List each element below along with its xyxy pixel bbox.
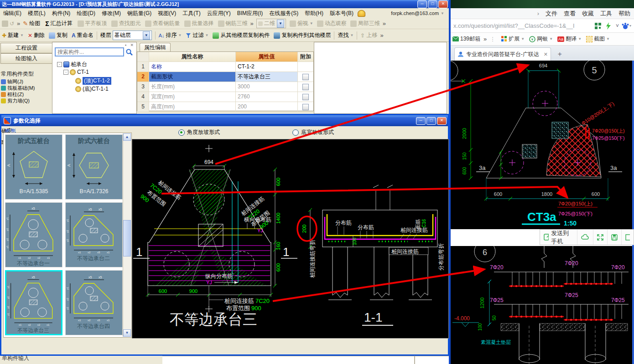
property-row-height[interactable]: 5 高度(mm) 200 <box>137 102 313 112</box>
copy-to-floor-button[interactable]: 复制构件到其他楼层 <box>281 31 331 39</box>
floor-combo[interactable]: 基础层 ▼ <box>113 31 152 40</box>
radio-angle-slope[interactable]: 角度放坡形式 <box>178 128 220 136</box>
qr-code-icon[interactable] <box>594 22 602 30</box>
orbit-button[interactable]: 动态观察 <box>325 20 347 27</box>
checkbox[interactable] <box>302 94 309 100</box>
local-3d-button[interactable]: 局部三维 <box>358 20 380 27</box>
search-input[interactable] <box>55 47 124 56</box>
sidebar-item-shearwall[interactable]: 剪力墙(Q) <box>1 97 30 104</box>
mail-139-button[interactable]: 139邮箱 <box>452 35 480 43</box>
paw-icon[interactable] <box>621 22 629 30</box>
translate-button[interactable]: Aa 翻译▼ <box>557 35 582 43</box>
sidebar-item-axis[interactable]: 轴网(J) <box>1 78 23 85</box>
new-tab-button[interactable]: ＋ <box>555 49 565 58</box>
checkbox[interactable] <box>302 84 309 90</box>
filter-button[interactable]: 过滤 <box>192 31 203 39</box>
menu-view[interactable]: 视图(V) <box>155 9 179 18</box>
menu-online[interactable]: 在线服务(S) <box>266 9 301 18</box>
draw-input-button[interactable]: 绘图输入 <box>0 53 52 64</box>
dialog-close-button[interactable]: ✕ <box>437 117 447 125</box>
tree-node-ct1-2[interactable]: (顶)CT-1-2 <box>75 77 111 85</box>
scroll-up-icon[interactable]: ▲ <box>123 133 131 141</box>
dialog-maximize-button[interactable]: □ <box>426 117 436 125</box>
property-row-width[interactable]: 4 宽度(mm) 2760 <box>137 92 313 102</box>
tab-active[interactable]: 专业造价问题答疑平台-广联达 ✕ <box>454 47 551 61</box>
dialog-minimize-button[interactable]: ─ <box>416 117 426 125</box>
menu-tools[interactable]: 工具(T) <box>179 9 203 18</box>
menu-draw[interactable]: 绘图(D) <box>73 9 99 18</box>
toolbar-overflow-icon[interactable]: » <box>383 20 386 27</box>
search-icon[interactable] <box>125 48 134 56</box>
menu-component[interactable]: 构件(N) <box>49 9 74 18</box>
menu-modify[interactable]: 修改(M) <box>99 9 124 18</box>
tab-property-edit[interactable]: 属性编辑 <box>140 43 171 52</box>
single-component-label[interactable]: 单构件输入 <box>2 356 29 362</box>
checkbox[interactable] <box>302 104 309 110</box>
more-button[interactable] <box>622 230 634 245</box>
draw-button[interactable]: 绘图 <box>29 20 40 27</box>
toolbar-overflow-icon[interactable]: » <box>250 20 254 27</box>
tree-node-ct1-1[interactable]: (底)CT-1-1 <box>75 85 109 93</box>
project-settings-button[interactable]: 工程设置 <box>0 43 52 53</box>
sidebar-item-column[interactable]: 框柱(Z) <box>1 91 24 97</box>
menu-help[interactable]: 帮助(H) <box>301 9 327 18</box>
delete-button[interactable]: 删除 <box>34 31 45 39</box>
save-image-button[interactable] <box>608 230 622 245</box>
send-to-phone-button[interactable]: 发送到手机 <box>540 230 577 245</box>
browser-menu-tools[interactable]: 工具 <box>600 10 612 18</box>
copy-button[interactable]: 复制 <box>57 31 68 39</box>
menu-bim[interactable]: BIM应用(I) <box>234 9 266 18</box>
toolbar-overflow-icon[interactable]: » <box>17 20 20 27</box>
scroll-down-icon[interactable]: ▼ <box>123 329 131 337</box>
collapse-icon[interactable]: › <box>537 10 539 17</box>
minimize-button[interactable]: ─ <box>417 0 427 8</box>
move-up-button[interactable]: 上移 <box>366 31 377 39</box>
top-view-button[interactable]: 俯视 <box>297 20 308 27</box>
browser-menu-help[interactable]: 帮助 <box>618 10 630 18</box>
tree-root[interactable]: - 桩承台 <box>57 61 87 68</box>
undo-icon[interactable]: ↺ <box>10 21 14 27</box>
collapse-icon[interactable]: - <box>63 70 68 75</box>
sidebar-item-raft[interactable]: 筏板基础(M) <box>1 85 35 91</box>
find-element-button[interactable]: 查找图元 <box>119 20 141 27</box>
cloud-save-button[interactable] <box>577 230 593 245</box>
batch-select-button[interactable]: 批量选择 <box>192 20 214 27</box>
shape-tile-cap3-selected[interactable]: x5 y1 y2 y2 y1 x1 x2 x2 x1 不等边承台三 <box>5 270 62 335</box>
shape-tile-step6[interactable]: 阶式六桩台 A B=A/1.7326 <box>65 134 123 200</box>
browser-menu-favorites[interactable]: 收藏 <box>582 10 594 18</box>
rebar-3d-button[interactable]: 钢筋三维 <box>226 20 248 27</box>
menu-version[interactable]: 版本号(B) <box>327 9 357 18</box>
fullscreen-button[interactable] <box>593 230 608 245</box>
menu-cloud[interactable]: 云应用(Y) <box>204 9 234 18</box>
tab-close-icon[interactable]: ✕ <box>544 51 548 57</box>
screenshot-button[interactable]: 截图▼ <box>586 35 610 43</box>
tree-node-ct1[interactable]: - CT-1 <box>63 69 89 75</box>
shape-tile-step5[interactable]: 阶式五桩台 A B=A/1.5385 <box>5 134 62 200</box>
collapse-icon[interactable]: - <box>57 62 62 67</box>
shape-tile-cap1[interactable]: x5 y1 y2 y2 y1 x1 x2 x2 x1 不等边承台一 <box>5 202 62 267</box>
rename-button[interactable]: 重命名 <box>77 31 94 39</box>
new-button[interactable]: 新建 <box>8 31 19 39</box>
scrollbar-thumb[interactable] <box>123 220 131 256</box>
pane-pin-close-icons[interactable]: ▪ ✕ <box>125 43 135 47</box>
browser-menu-file[interactable]: 文件 <box>546 10 557 18</box>
save-icon[interactable] <box>2 21 8 27</box>
radio-bottomwidth-slope[interactable]: 底宽放坡形式 <box>292 128 334 136</box>
property-row-shape[interactable]: 2 截面形状 不等边承台三 <box>137 72 313 82</box>
copy-from-floor-button[interactable]: 从其他楼层复制构件 <box>220 31 270 39</box>
shape-tile-cap2[interactable]: x5 x5 y1 y2 y2 x1 x2 x5 x1 不等边承台二 <box>65 202 123 267</box>
menu-rebar[interactable]: 钢筋量(G) <box>124 9 155 18</box>
cad-preview-canvas[interactable]: 694 <box>132 139 449 338</box>
url-text[interactable]: x.com/question/giml/list?__ClassCode=-1&… <box>453 22 592 29</box>
toolbar-overflow-icon[interactable]: » <box>380 32 383 39</box>
sort-button[interactable]: 排序 <box>166 31 177 39</box>
lightning-icon[interactable] <box>605 22 612 30</box>
view-rebar-button[interactable]: 查看钢筋量 <box>153 20 180 27</box>
view-mode-combo[interactable]: 二维 ▼ <box>256 19 286 28</box>
checkbox[interactable] <box>302 74 309 80</box>
align-slab-button[interactable]: 平齐板顶 <box>85 20 107 27</box>
menu-edit[interactable]: 编辑(E) <box>0 9 25 18</box>
shape-tile-cap4[interactable]: x5 x5 y1 y2 y2 x1 x2 x5 x1 不等边承台四 <box>65 270 123 335</box>
property-row-length[interactable]: 3 长度(mm) 3000 <box>137 82 313 92</box>
overflow-icon[interactable]: » <box>483 36 487 42</box>
